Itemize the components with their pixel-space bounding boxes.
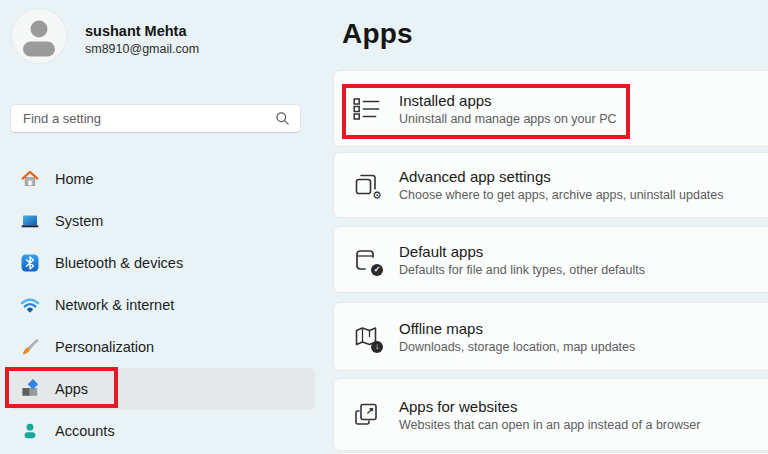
installed-apps-list-icon <box>353 96 380 122</box>
sidebar-item-accounts[interactable]: Accounts <box>10 410 315 452</box>
app-window-check-icon: ✓ <box>353 247 380 273</box>
card-subtitle: Uninstall and manage apps on your PC <box>399 112 617 126</box>
paintbrush-icon <box>20 337 40 357</box>
sidebar-item-label: Personalization <box>55 339 154 355</box>
avatar <box>12 9 66 63</box>
card-title: Default apps <box>399 243 645 260</box>
sidebar-item-label: Apps <box>55 381 88 397</box>
settings-sidebar: sushant Mehta sm8910@gmail.com Home <box>0 0 322 454</box>
home-icon <box>20 169 40 189</box>
user-email: sm8910@gmail.com <box>85 42 199 56</box>
card-subtitle: Defaults for file and link types, other … <box>399 263 645 277</box>
sidebar-nav: Home System <box>10 158 315 452</box>
open-external-icon: ↗ <box>353 402 380 428</box>
sidebar-item-bluetooth[interactable]: Bluetooth & devices <box>10 242 315 284</box>
card-installed-apps[interactable]: Installed apps Uninstall and manage apps… <box>333 70 768 147</box>
bluetooth-icon <box>20 253 40 273</box>
laptop-icon <box>20 211 40 231</box>
open-external-arrow: ↗ <box>362 403 378 419</box>
card-offline-maps[interactable]: ↓ Offline maps Downloads, storage locati… <box>333 302 768 371</box>
app-window-gear-icon: ⚙ <box>353 172 380 198</box>
card-advanced-app-settings[interactable]: ⚙ Advanced app settings Choose where to … <box>333 152 768 218</box>
sidebar-item-personalization[interactable]: Personalization <box>10 326 315 368</box>
search-box[interactable] <box>10 104 301 133</box>
sidebar-item-network[interactable]: Network & internet <box>10 284 315 326</box>
card-title: Offline maps <box>399 320 635 337</box>
sidebar-item-label: Home <box>55 171 94 187</box>
card-default-apps[interactable]: ✓ Default apps Defaults for file and lin… <box>333 226 768 293</box>
map-download-icon: ↓ <box>353 324 380 350</box>
apps-grid-icon <box>20 379 40 399</box>
gear-badge-icon: ⚙ <box>371 189 383 201</box>
card-subtitle: Choose where to get apps, archive apps, … <box>399 188 724 202</box>
search-input[interactable] <box>23 111 275 126</box>
sidebar-item-label: Network & internet <box>55 297 174 313</box>
card-title: Apps for websites <box>399 398 700 415</box>
user-name: sushant Mehta <box>85 23 187 39</box>
card-apps-for-websites[interactable]: ↗ Apps for websites Websites that can op… <box>333 378 768 451</box>
wifi-icon <box>20 295 40 315</box>
user-profile[interactable]: sushant Mehta sm8910@gmail.com <box>12 9 312 65</box>
download-badge-icon: ↓ <box>371 341 383 353</box>
person-placeholder-icon <box>12 9 66 63</box>
page-title: Apps <box>342 18 413 50</box>
card-subtitle: Websites that can open in an app instead… <box>399 418 700 432</box>
main-content: Apps Installed apps Uninstall and manage… <box>332 0 768 454</box>
card-subtitle: Downloads, storage location, map updates <box>399 340 635 354</box>
sidebar-item-apps[interactable]: Apps <box>10 368 315 410</box>
sidebar-item-system[interactable]: System <box>10 200 315 242</box>
search-icon <box>275 111 290 126</box>
sidebar-item-home[interactable]: Home <box>10 158 315 200</box>
sidebar-item-label: Bluetooth & devices <box>55 255 183 271</box>
sidebar-item-label: Accounts <box>55 423 115 439</box>
person-icon <box>20 421 40 441</box>
check-badge-icon: ✓ <box>371 264 383 276</box>
sidebar-item-label: System <box>55 213 103 229</box>
card-title: Advanced app settings <box>399 168 724 185</box>
card-title: Installed apps <box>399 92 617 109</box>
